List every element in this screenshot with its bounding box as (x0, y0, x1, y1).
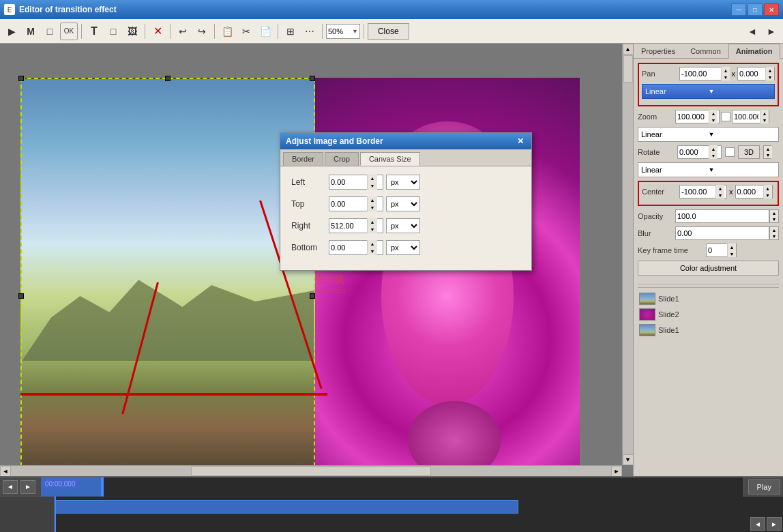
bottom-spinner[interactable]: ▲ ▼ (367, 240, 377, 255)
left-spin-down[interactable]: ▼ (368, 182, 377, 190)
opacity-down[interactable]: ▼ (770, 216, 778, 222)
zoom-input[interactable]: 50% (328, 27, 352, 35)
opacity-input[interactable] (675, 209, 769, 223)
vertical-scrollbar[interactable]: ▲ ▼ (622, 44, 633, 465)
top-value[interactable] (329, 200, 367, 208)
nav-left-button[interactable]: ◄ (743, 23, 761, 40)
rotate-interpolation[interactable]: Linear ▼ (638, 162, 779, 177)
text-button[interactable]: T (85, 23, 103, 40)
zoom-interpolation[interactable]: Linear ▼ (638, 127, 779, 142)
right-spinner[interactable]: ▲ ▼ (367, 218, 377, 233)
pan-x-spin-up[interactable]: ▲ (722, 67, 730, 74)
more-button[interactable]: ⋯ (301, 23, 319, 40)
rotate-value[interactable] (678, 148, 709, 156)
right-input[interactable]: ▲ ▼ (329, 218, 383, 233)
bottom-spin-up[interactable]: ▲ (368, 240, 377, 248)
left-value[interactable] (329, 178, 367, 186)
undo-button[interactable]: ↩ (174, 23, 192, 40)
top-spinner[interactable]: ▲ ▼ (367, 196, 377, 211)
tab-border[interactable]: Border (283, 152, 323, 166)
left-spinner[interactable]: ▲ ▼ (367, 175, 377, 190)
zoom-y-up[interactable]: ▲ (760, 110, 769, 117)
bottom-spin-down[interactable]: ▼ (368, 248, 377, 255)
keyframe-spinner[interactable]: ▲ ▼ (727, 243, 736, 257)
opacity-up[interactable]: ▲ (770, 210, 778, 216)
zoom-x-value[interactable] (676, 113, 709, 121)
close-button[interactable]: ✕ (764, 3, 779, 16)
scroll-right-button[interactable]: ► (611, 466, 622, 477)
top-spin-up[interactable]: ▲ (368, 196, 377, 204)
tab-crop[interactable]: Crop (325, 152, 359, 166)
scroll-track-v[interactable] (623, 55, 633, 454)
play-tool-button[interactable]: ▶ (3, 23, 20, 40)
handle-tm[interactable] (165, 76, 171, 81)
rotate-value-input[interactable]: ▲ ▼ (677, 145, 722, 159)
keyframe-value[interactable] (707, 246, 727, 254)
tab-properties[interactable]: Properties (634, 44, 683, 58)
blur-input[interactable] (675, 226, 769, 240)
bottom-unit-select[interactable]: px % (387, 243, 419, 252)
top-unit-select[interactable]: px % (387, 199, 419, 209)
play-button[interactable]: Play (748, 479, 780, 494)
keyframe-input[interactable]: ▲ ▼ (706, 243, 737, 257)
grid-button[interactable]: ⊞ (282, 23, 299, 40)
3d-spinner[interactable]: ▲ ▼ (763, 145, 771, 159)
zoom-y-value[interactable] (733, 113, 760, 121)
timeline-prev-button[interactable]: ◄ (3, 480, 18, 494)
left-input[interactable]: ▲ ▼ (329, 175, 383, 190)
timeline-bottom-next[interactable]: ► (767, 517, 782, 531)
handle-mr[interactable] (310, 293, 315, 299)
right-value[interactable] (329, 222, 367, 230)
timeline-clip[interactable] (55, 500, 518, 514)
zoom-x-input[interactable]: ▲ ▼ (675, 110, 720, 123)
zoom-x-up[interactable]: ▲ (709, 110, 718, 117)
pan-y-spin-down[interactable]: ▼ (766, 74, 774, 80)
opacity-value[interactable] (676, 212, 713, 220)
rect-button[interactable]: □ (104, 23, 122, 40)
ok-button[interactable]: OK (60, 23, 78, 40)
rotate-checkbox[interactable] (725, 147, 735, 157)
center-y-spinner[interactable]: ▲ ▼ (763, 185, 772, 198)
dialog-close-button[interactable]: ✕ (515, 136, 526, 147)
zoom-arrow-icon[interactable]: ▼ (352, 28, 358, 35)
tab-common[interactable]: Common (683, 44, 728, 58)
keyframe-down[interactable]: ▼ (728, 250, 736, 257)
pan-x-spinner[interactable]: ▲ ▼ (721, 67, 730, 80)
scroll-thumb-v[interactable] (623, 55, 633, 83)
image-button[interactable]: 🖼 (123, 23, 141, 40)
center-y-down[interactable]: ▼ (764, 192, 772, 198)
handle-tl[interactable] (18, 76, 24, 81)
minimize-button[interactable]: ─ (731, 3, 746, 16)
delete-button[interactable]: ✕ (149, 23, 166, 40)
right-spin-up[interactable]: ▲ (368, 218, 377, 226)
close-editor-button[interactable]: Close (368, 23, 409, 40)
top-spin-down[interactable]: ▼ (368, 204, 377, 211)
slide-item-3[interactable]: Slide1 (638, 323, 779, 337)
pan-y-spinner[interactable]: ▲ ▼ (765, 67, 774, 80)
pan-interpolation[interactable]: Linear ▼ (642, 84, 775, 99)
opacity-spinner[interactable]: ▲ ▼ (769, 209, 779, 223)
paste-button[interactable]: 📄 (256, 23, 274, 40)
keyframe-up[interactable]: ▲ (728, 243, 736, 250)
zoom-y-input[interactable]: ▲ ▼ (732, 110, 769, 123)
cut-button[interactable]: ✂ (237, 23, 255, 40)
select-button[interactable]: □ (41, 23, 59, 40)
pan-x-spin-down[interactable]: ▼ (722, 74, 730, 80)
scroll-track-h[interactable] (11, 466, 611, 476)
center-x-up[interactable]: ▲ (716, 185, 724, 192)
bottom-input[interactable]: ▲ ▼ (329, 240, 383, 255)
blur-down[interactable]: ▼ (770, 233, 778, 239)
timeline-next-button[interactable]: ► (20, 480, 35, 494)
zoom-y-down[interactable]: ▼ (760, 117, 769, 123)
3d-down[interactable]: ▼ (764, 152, 772, 158)
left-spin-up[interactable]: ▲ (368, 175, 377, 182)
pan-y-input[interactable]: ▲ ▼ (737, 67, 775, 80)
right-spin-down[interactable]: ▼ (368, 226, 377, 233)
zoom-control[interactable]: 50% ▼ (326, 24, 360, 39)
copy-button[interactable]: 📋 (218, 23, 236, 40)
pan-x-input[interactable]: ▲ ▼ (679, 67, 730, 80)
window-controls[interactable]: ─ □ ✕ (731, 3, 779, 16)
scroll-up-button[interactable]: ▲ (623, 44, 634, 55)
top-unit[interactable]: px % (386, 196, 420, 211)
center-y-up[interactable]: ▲ (764, 185, 772, 192)
